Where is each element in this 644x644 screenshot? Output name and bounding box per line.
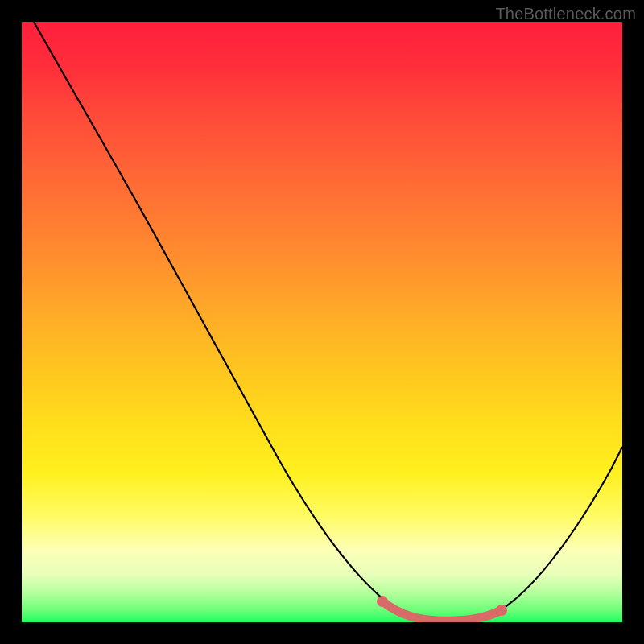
chart-highlight-dot-left <box>377 596 388 607</box>
chart-plot-area <box>22 22 622 622</box>
chart-curve <box>34 22 622 621</box>
chart-highlight-dot-right <box>496 605 507 616</box>
watermark-text: TheBottleneck.com <box>495 5 636 23</box>
chart-overlay-svg <box>22 22 622 622</box>
chart-highlight-band <box>382 601 502 621</box>
